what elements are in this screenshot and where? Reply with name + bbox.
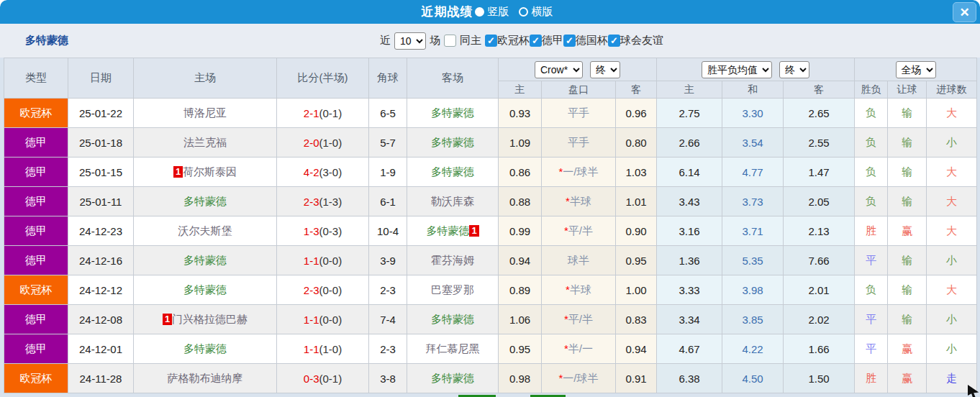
avg-draw: 3.30 [722, 99, 784, 128]
avg-away-win: 1.47 [784, 158, 855, 187]
away-team-name: 多特蒙德 [431, 372, 474, 384]
col-header-score: 比分(半场) [277, 58, 369, 99]
home-team-name: 沃尔夫斯堡 [178, 224, 232, 237]
avg-type-select[interactable]: 胜平负均值 [702, 61, 772, 78]
league-checkbox[interactable]: ✓ [485, 35, 497, 47]
avg-away-win: 1.50 [784, 364, 855, 393]
avg-draw: 3.71 [722, 216, 784, 246]
avg-away-win: 2.02 [784, 305, 855, 334]
corner-count: 6-1 [369, 187, 407, 216]
same-home-checkbox[interactable] [444, 35, 456, 47]
col-header-type: 类型 [4, 58, 68, 99]
horizontal-layout-radio[interactable] [519, 7, 528, 17]
league-type-badge: 德甲 [4, 128, 68, 158]
avg-draw: 3.98 [722, 275, 784, 305]
handicap-outcome: 输 [888, 275, 927, 305]
odds-away: 0.83 [616, 305, 657, 334]
fulltime-score: 1-1 [304, 343, 319, 355]
corner-count: 5-7 [369, 128, 407, 158]
handicap-outcome: 输 [888, 305, 927, 334]
handicap-text: 半球 [570, 195, 591, 207]
odds-away: 0.95 [616, 246, 657, 275]
result-outcome: 胜 [855, 216, 888, 246]
league-type-badge: 欧冠杯 [4, 99, 68, 128]
result-outcome: 平 [855, 246, 888, 275]
red-card-badge: 1 [163, 314, 172, 325]
handicap-outcome: 赢 [888, 216, 927, 246]
recent-count-select[interactable]: 10 [394, 32, 426, 50]
col-header-corner: 角球 [369, 58, 407, 99]
result-outcome: 平 [855, 305, 888, 334]
fulltime-score: 2-3 [304, 196, 319, 208]
fulltime-score: 1-1 [304, 255, 319, 267]
handicap-outcome: 输 [888, 187, 927, 216]
league-type-badge: 德甲 [4, 305, 68, 334]
halftime-score: (0-1) [319, 107, 342, 119]
odds-time-select-1[interactable]: 终 [590, 61, 620, 78]
odds-company-select[interactable]: Crow* [535, 61, 583, 78]
league-checkbox[interactable]: ✓ [563, 35, 576, 47]
odds-home: 0.94 [499, 246, 542, 275]
avg-home-win: 3.16 [657, 216, 722, 246]
avg-away-win: 1.66 [784, 334, 855, 364]
fulltime-score: 2-3 [304, 284, 319, 296]
away-team: 拜仁慕尼黑 [407, 334, 499, 364]
dialog-titlebar: 近期战绩 竖版 横版 ✕ [0, 0, 980, 24]
home-team-name: 萨格勒布迪纳摩 [168, 372, 243, 384]
match-date: 25-01-18 [68, 128, 134, 158]
avg-home-win: 2.66 [657, 128, 722, 158]
goals-outcome: 大 [927, 99, 977, 128]
odds-time-select-2[interactable]: 终 [779, 61, 809, 78]
away-team-name: 多特蒙德 [431, 313, 474, 325]
handicap-outcome: 赢 [888, 364, 927, 393]
halftime-score: (0-0) [319, 255, 342, 267]
score-cell: 4-2(3-0) [277, 158, 369, 187]
match-row: 德甲24-12-23沃尔夫斯堡1-3(0-3)10-4多特蒙德10.99*平/半… [4, 216, 977, 246]
league-checkbox[interactable]: ✓ [530, 35, 542, 47]
fulltime-score: 0-3 [304, 373, 319, 385]
home-team-name: 多特蒙德 [183, 283, 227, 296]
away-team-name: 拜仁慕尼黑 [426, 342, 480, 355]
corner-count: 6-5 [369, 99, 407, 128]
avg-draw: 3.73 [722, 187, 784, 216]
handicap-outcome: 赢 [888, 334, 927, 364]
home-team: 1门兴格拉德巴赫 [134, 305, 277, 334]
subheader-6: 胜负 [855, 81, 888, 99]
score-cell: 0-3(0-1) [277, 364, 369, 393]
league-label: 球会友谊 [620, 34, 663, 46]
odds-home: 0.98 [499, 364, 542, 393]
avg-draw: 3.85 [722, 305, 784, 334]
avg-away-win: 2.55 [784, 128, 855, 158]
handicap-line: *半球 [542, 187, 616, 216]
fulltime-score: 4-2 [304, 166, 319, 178]
avg-group-header: 胜平负均值 终 [657, 58, 855, 81]
scope-select[interactable]: 全场 [896, 61, 936, 78]
goals-outcome: 大 [927, 158, 977, 187]
filter-bar: 多特蒙德 近 10 场 同主 ✓欧冠杯✓德甲✓德国杯✓球会友谊 [0, 24, 980, 58]
avg-draw: 4.50 [722, 364, 784, 393]
vertical-layout-radio[interactable] [475, 7, 484, 17]
corner-count: 1-9 [369, 158, 407, 187]
odds-home: 0.93 [499, 99, 542, 128]
close-icon[interactable]: ✕ [953, 2, 976, 22]
league-checkbox[interactable]: ✓ [608, 35, 620, 47]
corner-count: 2-3 [369, 334, 407, 364]
avg-away-win: 2.65 [784, 99, 855, 128]
away-team-name: 勒沃库森 [431, 195, 474, 207]
halftime-score: (0-0) [319, 284, 342, 296]
score-cell: 2-1(0-1) [277, 99, 369, 128]
handicap-text: 半球 [570, 283, 591, 296]
fulltime-score: 1-3 [304, 225, 319, 237]
away-team: 霍芬海姆 [407, 246, 499, 275]
match-date: 25-01-15 [68, 158, 134, 187]
score-cell: 1-1(0-0) [277, 305, 369, 334]
handicap-text: 一/球半 [563, 372, 598, 384]
horizontal-layout-label: 横版 [532, 5, 553, 19]
handicap-line: *一/球半 [542, 158, 616, 187]
corner-count: 10-4 [369, 216, 407, 246]
avg-away-win: 2.05 [784, 187, 855, 216]
home-team: 1荷尔斯泰因 [134, 158, 277, 187]
home-team: 多特蒙德 [134, 334, 277, 364]
league-filter-list: ✓欧冠杯✓德甲✓德国杯✓球会友谊 [485, 34, 663, 47]
away-team: 多特蒙德 [407, 364, 499, 393]
